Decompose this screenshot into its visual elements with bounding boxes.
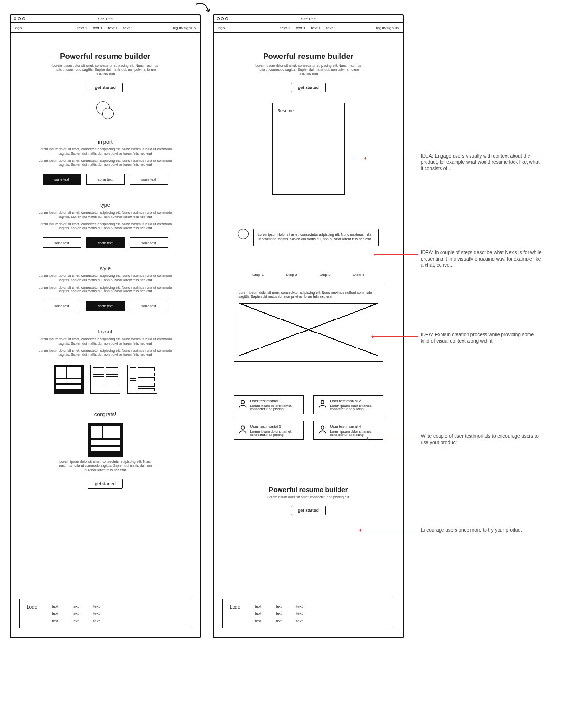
nav-login-link[interactable]: log in/sign up [173, 26, 196, 30]
import-option[interactable]: some text [130, 174, 168, 185]
svg-point-0 [241, 401, 244, 404]
footer-link[interactable]: text [276, 619, 282, 623]
style-option[interactable]: some text [86, 301, 125, 311]
footer-link[interactable]: text [52, 604, 58, 609]
annotation-note: Write couple of user testimonials to enc… [421, 433, 542, 446]
section-text: Lorem ipsum dolor sit amet, consectetur … [38, 349, 173, 358]
process-explainer: Lorem ipsum dolor sit amet, consectetur … [234, 286, 383, 362]
layout-option[interactable] [90, 365, 120, 394]
footer-link[interactable]: text [93, 619, 100, 623]
svg-point-2 [241, 426, 244, 430]
testimonials-grid: User testimonial 1Lorem ipsum dolor sit … [234, 395, 383, 440]
testimonial-title: User testimonial 3 [250, 424, 299, 429]
nav-item[interactable]: text 1 [326, 26, 336, 30]
step-label[interactable]: Step 3 [320, 273, 331, 277]
testimonial-card: User testimonial 2Lorem ipsum dolor sit … [313, 395, 383, 414]
user-icon [318, 424, 327, 434]
footer-logo[interactable]: Logo [27, 604, 37, 609]
footer-link[interactable]: text [296, 619, 303, 623]
import-option[interactable]: some text [43, 174, 81, 185]
cta2-title: Powerful resume builder [269, 486, 348, 493]
annotation-note: IDEA: In couple of steps describe what N… [421, 249, 542, 268]
user-icon [318, 399, 327, 408]
get-started-button[interactable]: get started [88, 479, 123, 489]
footer: Logo text text text text text text text … [19, 599, 191, 628]
type-option[interactable]: some text [86, 237, 125, 248]
footer-link[interactable]: text [255, 619, 261, 623]
footer-logo[interactable]: Logo [230, 604, 240, 609]
section-title-import: import [98, 139, 113, 145]
testimonial-card: User testimonial 3Lorem ipsum dolor sit … [234, 421, 304, 440]
resume-box-label: Resume [278, 108, 294, 113]
import-option[interactable]: some text [86, 174, 125, 185]
nav-item[interactable]: text 1 [93, 26, 103, 30]
testimonial-text: Lorem ipsum dolor sit amet, consectetur … [330, 430, 379, 436]
section-text: Lorem ipsum dolor sit amet, consectetur … [38, 147, 173, 156]
footer-link[interactable]: text [276, 611, 282, 616]
footer-link[interactable]: text [296, 611, 303, 616]
site-title: Site Title [11, 17, 200, 21]
footer-link[interactable]: text [296, 604, 303, 609]
nav-item[interactable]: text 1 [108, 26, 118, 30]
footer-link[interactable]: text [73, 611, 79, 616]
annotation-note: Encourage users once more to try your pr… [421, 527, 542, 533]
testimonial-card: User testimonial 4Lorem ipsum dolor sit … [313, 421, 383, 440]
testimonial-title: User testimonial 2 [330, 399, 379, 403]
footer-link[interactable]: text [52, 619, 58, 623]
section-text: Lorem ipsum dolor sit amet, consectetur … [38, 286, 173, 294]
footer-link[interactable]: text [255, 611, 261, 616]
section-text: Lorem ipsum dolor sit amet, consectetur … [38, 211, 173, 219]
annotation-note: IDEA: Engage users visually with context… [421, 153, 542, 172]
step-label[interactable]: Step 4 [353, 273, 364, 277]
type-option[interactable]: some text [43, 237, 81, 248]
footer-link[interactable]: text [52, 611, 58, 616]
layout-option[interactable] [54, 365, 84, 394]
cta2-subtitle: Lorem ipsum dolor sit amet, consectetur … [267, 495, 349, 499]
process-text: Lorem ipsum dolor sit amet, consectetur … [239, 291, 378, 300]
svg-point-3 [321, 426, 324, 430]
style-option[interactable]: some text [130, 301, 168, 311]
footer: Logo text text text text text text text … [222, 599, 394, 628]
user-icon [238, 424, 248, 434]
testimonial-text: Lorem ipsum dolor sit amet, consectetur … [250, 430, 299, 436]
testimonial-text: Lorem ipsum dolor sit amet, consectetur … [250, 404, 299, 411]
section-title-style: style [100, 265, 111, 271]
section-text: Lorem ipsum dolor sit amet, consectetur … [38, 274, 173, 283]
wireframe-left-original: Site Title logo text 1 text 1 text 1 tex… [10, 14, 201, 638]
section-title-layout: layout [98, 329, 112, 334]
step-label[interactable]: Step 1 [252, 273, 264, 277]
avatar-icon [238, 229, 249, 239]
nav-item[interactable]: text 1 [123, 26, 133, 30]
get-started-button[interactable]: get started [291, 83, 326, 92]
nav-login-link[interactable]: log in/sign up [376, 26, 399, 30]
chat-bubble: Lorem ipsum dolor sit amet, consectetur … [253, 229, 379, 246]
get-started-button[interactable]: get started [291, 506, 326, 515]
footer-link[interactable]: text [93, 611, 100, 616]
step-label[interactable]: Step 2 [286, 273, 297, 277]
section-title-type: type [100, 202, 110, 208]
nav-item[interactable]: text 1 [311, 26, 321, 30]
footer-link[interactable]: text [276, 604, 282, 609]
style-option[interactable]: some text [43, 301, 81, 311]
image-placeholder-icon [239, 303, 378, 356]
chat-explainer: Lorem ipsum dolor sit amet, consectetur … [223, 229, 393, 246]
nav-item[interactable]: text 1 [280, 26, 290, 30]
resume-preview-placeholder: Resume [272, 103, 345, 195]
navbar: logo text 1 text 1 text 1 text 1 log in/… [214, 23, 403, 33]
type-option[interactable]: some text [130, 237, 168, 248]
nav-item[interactable]: text 1 [77, 26, 87, 30]
testimonial-text: Lorem ipsum dolor sit amet, consectetur … [330, 404, 379, 411]
user-icon [238, 399, 248, 408]
footer-link[interactable]: text [73, 619, 79, 623]
footer-link[interactable]: text [255, 604, 261, 609]
nav-item[interactable]: text 1 [296, 26, 306, 30]
steps-nav: Step 1 Step 2 Step 3 Step 4 [223, 273, 393, 277]
navbar: logo text 1 text 1 text 1 text 1 log in/… [11, 23, 200, 33]
section-text: Lorem ipsum dolor sit amet, consectetur … [38, 159, 173, 168]
footer-link[interactable]: text [73, 604, 79, 609]
hero-title: Powerful resume builder [60, 52, 150, 61]
layout-option[interactable] [127, 365, 157, 394]
footer-link[interactable]: text [93, 604, 100, 609]
get-started-button[interactable]: get started [88, 83, 123, 92]
section-title-congrats: congrats! [94, 411, 116, 417]
